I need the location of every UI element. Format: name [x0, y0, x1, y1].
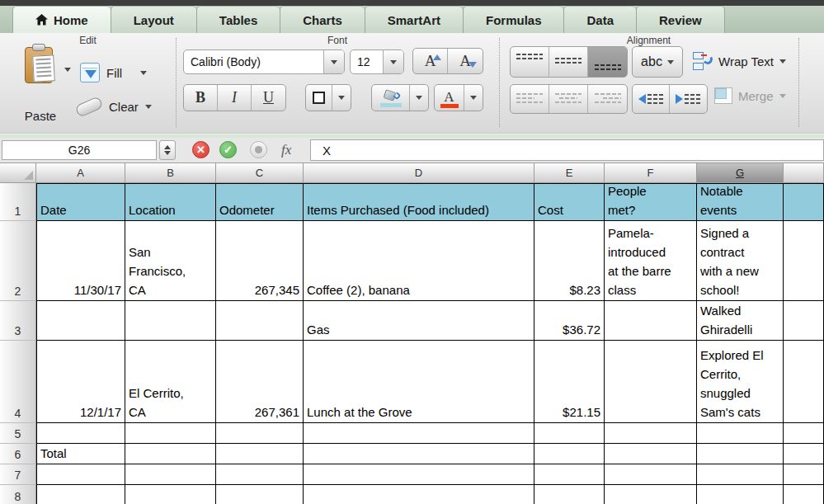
tab-tables[interactable]: Tables — [196, 6, 280, 33]
name-box[interactable]: G26 — [2, 140, 157, 160]
row-header-1[interactable]: 1 — [0, 183, 36, 221]
cell-E4[interactable]: $21.15 — [534, 341, 605, 423]
align-right-button[interactable] — [588, 85, 627, 113]
cell-E2[interactable]: $8.23 — [534, 221, 605, 301]
cell-A7[interactable] — [36, 464, 125, 485]
row-header-4[interactable]: 4 — [0, 341, 36, 423]
cell-F5[interactable] — [605, 423, 697, 444]
column-header-C[interactable]: C — [216, 163, 304, 183]
cell-H8[interactable] — [784, 485, 824, 504]
select-all-corner[interactable] — [0, 163, 36, 183]
align-middle-button[interactable] — [549, 47, 588, 77]
font-size-select[interactable]: 12 — [350, 49, 404, 74]
shrink-font-button[interactable]: A — [448, 49, 483, 73]
cell-D3[interactable]: Gas — [304, 301, 534, 341]
cell-C5[interactable] — [216, 423, 304, 444]
cell-D5[interactable] — [304, 423, 534, 444]
grow-font-button[interactable]: A — [413, 49, 448, 73]
font-family-dropdown-arrow[interactable] — [323, 50, 344, 73]
column-header-G[interactable]: G — [697, 163, 784, 183]
cell-A1[interactable]: Date — [36, 183, 125, 221]
column-header-D[interactable]: D — [304, 163, 534, 183]
italic-button[interactable]: I — [218, 85, 252, 111]
cell-E3[interactable]: $36.72 — [534, 301, 605, 341]
tab-data[interactable]: Data — [563, 6, 636, 33]
fill-color-dropdown-arrow[interactable] — [410, 85, 428, 111]
cell-H2[interactable] — [784, 221, 824, 301]
cell-B1[interactable]: Location — [125, 183, 216, 221]
align-center-button[interactable] — [549, 85, 588, 113]
cell-D4[interactable]: Lunch at the Grove — [304, 341, 534, 423]
cell-C1[interactable]: Odometer — [216, 183, 304, 221]
cell-G6[interactable] — [697, 444, 784, 464]
font-color-button[interactable]: A — [435, 85, 464, 111]
tab-layout[interactable]: Layout — [111, 6, 196, 33]
font-family-select[interactable]: Calibri (Body) — [183, 49, 345, 74]
cell-D8[interactable] — [304, 485, 534, 504]
borders-dropdown-arrow[interactable] — [332, 85, 351, 111]
cell-A8[interactable] — [36, 485, 125, 504]
wrap-text-button[interactable]: Wrap Text — [693, 51, 786, 71]
tab-smartart[interactable]: SmartArt — [365, 6, 463, 33]
tab-home[interactable]: Home — [12, 6, 111, 33]
tab-charts[interactable]: Charts — [280, 6, 365, 33]
cell-B7[interactable] — [125, 464, 216, 485]
cell-E1[interactable]: Cost — [534, 183, 605, 221]
cell-C3[interactable] — [216, 301, 304, 341]
cell-G4[interactable]: Explored El Cerrito, snuggled Sam's cats — [697, 341, 784, 423]
cell-H7[interactable] — [784, 464, 824, 485]
row-header-3[interactable]: 3 — [0, 301, 36, 341]
align-bottom-button[interactable] — [588, 47, 627, 77]
align-left-button[interactable] — [511, 85, 549, 113]
paste-dropdown-arrow[interactable] — [64, 68, 71, 72]
merge-button[interactable]: Merge — [714, 87, 786, 104]
merge-dropdown-arrow[interactable] — [779, 94, 786, 98]
underline-button[interactable]: U — [252, 85, 285, 111]
fill-dropdown-arrow[interactable] — [140, 71, 147, 75]
cell-E7[interactable] — [534, 464, 605, 485]
formula-input[interactable]: X — [310, 139, 824, 161]
cell-D1[interactable]: Items Purchased (Food included) — [304, 183, 534, 221]
borders-button[interactable] — [306, 85, 332, 111]
cell-C7[interactable] — [216, 464, 304, 485]
tab-review[interactable]: Review — [636, 6, 725, 33]
cell-F7[interactable] — [605, 464, 697, 485]
cell-H4[interactable] — [784, 341, 824, 423]
column-header-partial[interactable] — [784, 163, 824, 183]
cell-F2[interactable]: Pamela- introduced at the barre class — [605, 221, 697, 301]
cell-B4[interactable]: El Cerrito, CA — [125, 341, 216, 423]
cell-G1[interactable]: Notable events — [697, 183, 784, 221]
cell-H6[interactable] — [784, 444, 824, 464]
row-header-5[interactable]: 5 — [0, 423, 36, 444]
column-header-E[interactable]: E — [534, 163, 605, 183]
cell-C2[interactable]: 267,345 — [216, 221, 304, 301]
cell-B8[interactable] — [125, 485, 216, 504]
cell-F4[interactable] — [605, 341, 697, 423]
column-header-B[interactable]: B — [125, 163, 216, 183]
cell-E6[interactable] — [534, 444, 605, 464]
cell-E5[interactable] — [534, 423, 605, 444]
cell-A2[interactable]: 11/30/17 — [36, 221, 125, 301]
clear-button[interactable]: Clear — [76, 96, 167, 117]
cell-D7[interactable] — [304, 464, 534, 485]
align-top-button[interactable] — [511, 47, 549, 77]
cell-H1[interactable] — [784, 183, 824, 221]
decrease-indent-button[interactable] — [633, 85, 670, 113]
cell-C8[interactable] — [216, 485, 304, 504]
cell-A6[interactable]: Total — [36, 444, 125, 464]
cell-G7[interactable] — [697, 464, 784, 485]
orientation-button[interactable]: abc — [632, 46, 683, 78]
cell-G5[interactable] — [697, 423, 784, 444]
cancel-button[interactable]: ✕ — [192, 141, 210, 158]
cell-F1[interactable]: People met? — [605, 183, 697, 221]
row-header-7[interactable]: 7 — [0, 464, 36, 485]
cell-A3[interactable] — [36, 301, 125, 341]
cell-G3[interactable]: Walked Ghiradelli — [697, 301, 784, 341]
row-header-2[interactable]: 2 — [0, 221, 36, 301]
cell-H3[interactable] — [784, 301, 824, 341]
name-box-stepper[interactable] — [159, 140, 176, 160]
wrap-text-dropdown-arrow[interactable] — [779, 59, 786, 64]
cell-B5[interactable] — [125, 423, 216, 444]
cell-D6[interactable] — [304, 444, 534, 464]
enter-button[interactable]: ✓ — [219, 141, 237, 158]
